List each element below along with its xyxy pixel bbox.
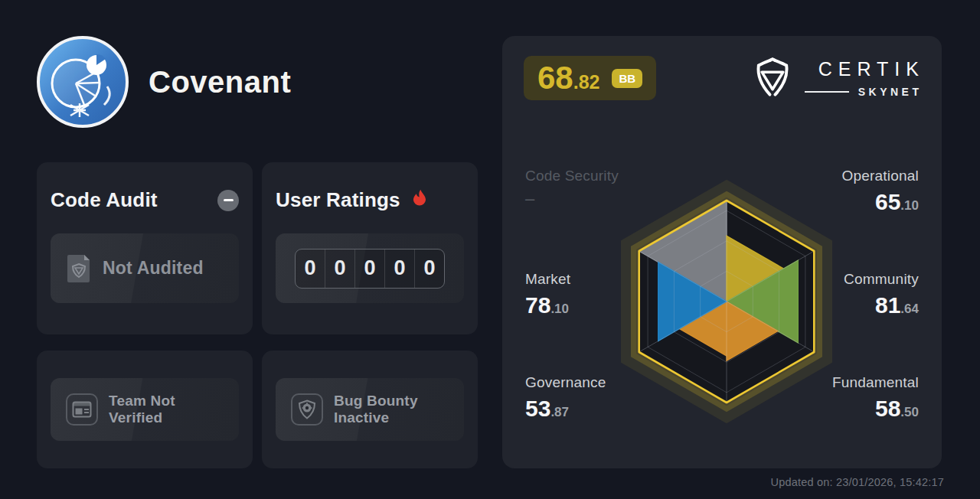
audit-document-icon [66, 253, 92, 284]
metric-community: Community 81.64 [844, 271, 919, 318]
user-ratings-panel: 0 0 0 0 0 [276, 233, 464, 303]
metric-operational: Operational 65.10 [842, 168, 919, 215]
overall-score-pill: 68 .82 BB [524, 56, 656, 100]
user-ratings-title: User Ratings [276, 188, 400, 212]
skynet-wordmark: SKYNET [858, 86, 923, 98]
metric-fundamental: Fundamental 58.50 [832, 374, 919, 422]
counter-digit: 0 [296, 250, 325, 288]
covenant-logo [37, 36, 129, 128]
status-cards-grid: Code Audit Not Audited User Ratings [37, 162, 478, 468]
team-status-panel: Team Not Verified [51, 378, 239, 441]
flame-icon [410, 189, 430, 212]
code-audit-title: Code Audit [51, 188, 158, 212]
bug-bounty-status-panel: Bug Bounty Inactive [276, 378, 464, 441]
metric-governance: Governance 53.87 [525, 374, 606, 422]
counter-digit: 0 [355, 250, 385, 288]
counter-digit: 0 [415, 250, 444, 288]
bug-shield-icon [291, 393, 323, 426]
certik-wordmark: CERTIK [818, 58, 925, 80]
minus-icon [217, 190, 239, 211]
certik-rule [805, 91, 849, 93]
updated-timestamp: Updated on: 23/01/2026, 15:42:17 [770, 476, 944, 488]
score-integer: 68 [537, 56, 573, 100]
metric-market: Market 78.10 [525, 271, 570, 318]
bug-bounty-status: Bug Bounty Inactive [334, 393, 449, 426]
counter-digit: 0 [385, 250, 415, 288]
covenant-logo-art [40, 39, 126, 125]
user-ratings-card[interactable]: User Ratings 0 0 0 0 0 [262, 162, 478, 334]
project-header: Covenant [37, 36, 291, 128]
certik-shield-icon [753, 57, 792, 99]
score-decimal: .82 [573, 60, 600, 104]
grade-badge: BB [612, 69, 642, 88]
metric-code-security: Code Security – [525, 168, 619, 209]
bug-bounty-card[interactable]: Bug Bounty Inactive [262, 351, 478, 468]
code-audit-status-panel: Not Audited [51, 233, 239, 303]
team-status: Team Not Verified [109, 393, 224, 426]
code-audit-card[interactable]: Code Audit Not Audited [37, 162, 253, 334]
page-title: Covenant [149, 65, 291, 99]
id-card-icon [66, 393, 98, 426]
certik-skynet-logo[interactable]: CERTIK SKYNET [753, 57, 919, 99]
counter-digit: 0 [325, 250, 355, 288]
skynet-score-card: 68 .82 BB CERTIK SKYNET Code Security – … [502, 36, 942, 468]
ratings-counter: 0 0 0 0 0 [295, 249, 445, 289]
team-verification-card[interactable]: Team Not Verified [37, 351, 253, 468]
code-audit-status: Not Audited [103, 258, 204, 279]
